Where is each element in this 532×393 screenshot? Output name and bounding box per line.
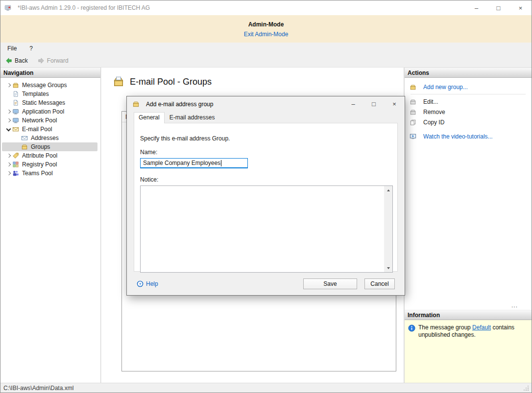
- remove-action[interactable]: Remove: [405, 107, 532, 117]
- package-gray-icon: [410, 108, 417, 116]
- dialog-maximize-button[interactable]: □: [363, 96, 384, 112]
- chevron-right-icon[interactable]: [5, 161, 12, 168]
- package-icon: [21, 143, 28, 151]
- menu-file[interactable]: File: [7, 45, 17, 52]
- help-icon: ?: [137, 280, 144, 287]
- nav-item-groups[interactable]: Groups: [2, 142, 97, 151]
- chevron-right-icon[interactable]: [5, 117, 12, 124]
- tag-icon: [12, 152, 20, 160]
- nav-item-attribute-pool[interactable]: Attribute Pool: [2, 151, 97, 160]
- minimize-button[interactable]: –: [465, 0, 487, 15]
- nav-item-static-messages[interactable]: Static Messages: [2, 98, 97, 107]
- name-input[interactable]: Sample Company Employees: [140, 158, 248, 168]
- nav-item-registry-pool[interactable]: Registry Pool: [2, 160, 97, 169]
- edit-action[interactable]: Edit...: [405, 96, 532, 107]
- window-controls: – □ ×: [465, 0, 532, 15]
- package-icon: [12, 82, 20, 89]
- chevron-right-icon[interactable]: [5, 108, 12, 116]
- panel-splitter-grip[interactable]: ...: [405, 302, 532, 310]
- navigation-panel: Navigation Message Groups Templates Stat…: [0, 68, 101, 383]
- actions-empty-space: [405, 141, 532, 302]
- nav-item-message-groups[interactable]: Message Groups: [2, 81, 97, 90]
- chevron-right-icon[interactable]: [5, 82, 12, 89]
- maximize-button[interactable]: □: [487, 0, 509, 15]
- close-button[interactable]: ×: [509, 0, 532, 15]
- status-bar: C:\IBI-aws\Admin\Data.xml: [0, 383, 532, 393]
- nav-item-network-pool[interactable]: Network Pool: [2, 116, 97, 125]
- actions-header: Actions: [405, 68, 532, 78]
- info-icon: [408, 324, 415, 332]
- nav-item-templates[interactable]: Templates: [2, 90, 97, 98]
- information-panel: The message group Default contains unpub…: [405, 320, 532, 383]
- dialog-minimize-button[interactable]: –: [343, 96, 363, 112]
- scroll-down-icon[interactable]: [384, 264, 392, 272]
- copy-id-action[interactable]: Copy ID: [405, 117, 532, 127]
- svg-text:?: ?: [139, 282, 142, 286]
- message-document-icon: [12, 99, 20, 107]
- data-file-path: C:\IBI-aws\Admin\Data.xml: [3, 385, 524, 392]
- navigation-tree: Message Groups Templates Static Messages…: [0, 78, 100, 178]
- envelope-icon: [21, 135, 28, 142]
- save-button[interactable]: Save: [303, 278, 357, 289]
- forward-button[interactable]: Forward: [38, 57, 69, 64]
- add-new-group-action[interactable]: Add new group...: [405, 82, 532, 92]
- email-groups-icon: [112, 76, 125, 88]
- nav-item-application-pool[interactable]: Application Pool: [2, 107, 97, 116]
- notice-textarea[interactable]: [140, 185, 393, 273]
- package-gray-icon: [410, 98, 417, 105]
- cancel-button[interactable]: Cancel: [364, 278, 395, 289]
- information-header: Information: [405, 310, 532, 320]
- package-icon: [132, 100, 140, 108]
- information-message: The message group Default contains unpub…: [418, 324, 524, 339]
- document-icon: [12, 91, 20, 98]
- divider: [411, 94, 526, 94]
- watch-tutorials-action[interactable]: Watch the video-tutorials...: [405, 131, 532, 141]
- text-cursor: [221, 160, 221, 166]
- back-button[interactable]: Back: [5, 57, 28, 64]
- chevron-right-icon[interactable]: [5, 152, 12, 160]
- admin-mode-banner: Admin-Mode Exit Admin-Mode: [0, 15, 532, 43]
- scrollbar[interactable]: [384, 186, 392, 272]
- notice-label: Notice:: [140, 176, 391, 183]
- dialog-close-button[interactable]: ×: [384, 96, 405, 112]
- add-email-group-dialog: Add e-mail address group – □ × General E…: [126, 96, 405, 296]
- video-tutorial-icon: [410, 133, 417, 140]
- actions-panel: Actions Add new group... Edit... Remove: [404, 68, 532, 383]
- scroll-up-icon[interactable]: [384, 186, 392, 194]
- chevron-down-icon[interactable]: [5, 126, 12, 133]
- tab-general[interactable]: General: [134, 112, 165, 123]
- nav-item-teams-pool[interactable]: Teams Pool: [2, 169, 97, 178]
- toolbar: Back Forward: [0, 54, 532, 68]
- back-arrow-icon: [5, 57, 12, 64]
- exit-admin-mode-link[interactable]: Exit Admin-Mode: [244, 31, 289, 38]
- tab-email-addresses[interactable]: E-mail addresses: [165, 112, 220, 123]
- copy-icon: [410, 118, 417, 126]
- nav-item-email-pool[interactable]: E-mail Pool: [2, 125, 97, 134]
- app-window: *IBI-aws Admin 1.29.0 - registered for I…: [0, 0, 532, 393]
- actions-list: Add new group... Edit... Remove Copy ID: [405, 78, 532, 141]
- dialog-title: Add e-mail address group: [146, 101, 343, 108]
- monitor-icon: [12, 108, 20, 116]
- teams-icon: [12, 170, 20, 177]
- dialog-controls: – □ ×: [343, 96, 405, 112]
- chevron-right-icon[interactable]: [5, 170, 12, 177]
- forward-arrow-icon: [38, 57, 45, 64]
- chevron-spacer: [5, 91, 12, 98]
- navigation-header: Navigation: [0, 68, 100, 78]
- default-group-link[interactable]: Default: [472, 324, 491, 331]
- resize-grip-icon[interactable]: [524, 386, 529, 391]
- dialog-footer: ? Help Save Cancel: [127, 273, 405, 295]
- admin-mode-title: Admin-Mode: [0, 21, 532, 28]
- dialog-title-bar: Add e-mail address group – □ ×: [127, 96, 405, 112]
- dialog-description: Specify this e-mail address Group.: [140, 135, 391, 142]
- email-pool-icon: [12, 126, 20, 133]
- chevron-spacer: [14, 143, 21, 151]
- help-link[interactable]: ? Help: [137, 280, 158, 287]
- spacer: [405, 127, 532, 131]
- name-label: Name:: [140, 149, 391, 156]
- chevron-spacer: [5, 99, 12, 107]
- network-icon: [12, 117, 20, 124]
- menu-help[interactable]: ?: [29, 45, 33, 52]
- nav-item-addresses[interactable]: Addresses: [2, 134, 97, 142]
- dialog-tabs: General E-mail addresses: [127, 112, 405, 123]
